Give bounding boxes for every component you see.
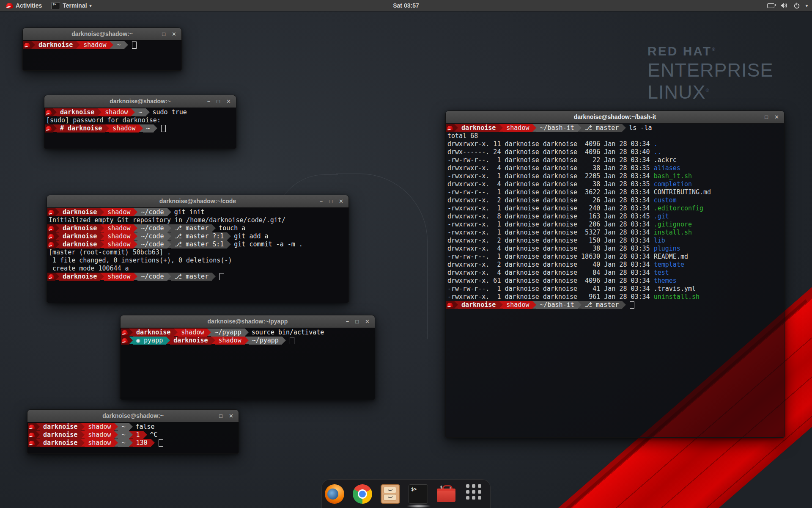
terminal-line: [sudo] password for darknoise: — [45, 116, 236, 124]
prompt-segment-exit: 130 — [133, 439, 151, 447]
ls-row-filename: test — [654, 269, 669, 277]
prompt-segment-path: ~ — [118, 423, 129, 431]
minimize-button[interactable]: − — [320, 198, 323, 204]
redhat-prompt-icon — [46, 110, 52, 115]
minimize-button[interactable]: − — [207, 98, 211, 105]
window-title: darknoise@shadow:~ — [102, 412, 164, 419]
files-icon[interactable] — [381, 484, 400, 504]
powerline-arrow-icon — [167, 273, 171, 280]
powerline-arrow-icon — [100, 224, 104, 232]
terminal-line: darknoiseshadow~1^C — [28, 431, 239, 439]
prompt-segment — [23, 41, 31, 49]
firefox-icon[interactable] — [325, 484, 344, 504]
ls-row-meta: -rw-rw-r--. 1 darknoise darknoise 22 Jan… — [446, 156, 654, 164]
close-button[interactable]: ✕ — [226, 98, 231, 105]
prompt-segment — [47, 208, 55, 216]
terminal-content[interactable]: darknoiseshadow~/codegit initInitialized… — [47, 207, 348, 303]
prompt-segment-user: darknoise — [59, 240, 100, 248]
redhat-prompt-icon — [46, 126, 52, 131]
terminal-line: -rwxrwxr-x. 1 darknoise darknoise 240 Ja… — [446, 204, 784, 213]
prompt-segment-user: darknoise — [40, 439, 81, 447]
powerline-arrow-icon — [110, 41, 113, 49]
redhat-prompt-icon — [29, 425, 35, 429]
logo-brand: RED HAT — [647, 44, 712, 58]
ls-row-filename: .ackrc — [654, 156, 677, 164]
terminal-cursor — [630, 301, 634, 309]
ls-row-filename: template — [654, 261, 684, 269]
window-titlebar[interactable]: darknoise@shadow:~ −□✕ — [44, 95, 236, 108]
ls-row-meta: -rw-rw-r--. 1 darknoise darknoise 18630 … — [446, 253, 654, 261]
maximize-button[interactable]: □ — [219, 413, 222, 419]
powerline-arrow-icon — [212, 273, 216, 280]
terminal-content[interactable]: darknoiseshadow~ — [23, 40, 181, 70]
ls-row-meta: -rwxrwxr-x. 1 darknoise darknoise 5327 J… — [446, 229, 654, 237]
command-text: ^C — [147, 431, 158, 439]
powerline-arrow-icon — [124, 41, 128, 49]
window-titlebar[interactable]: darknoise@shadow:~/code −□✕ — [47, 195, 348, 208]
terminal-cursor — [290, 337, 294, 344]
terminal-line: drwxrwxr-x. 4 darknoise darknoise 84 Jan… — [446, 269, 784, 277]
terminal-output-text: [master (root-commit) 50bcb63] . — [47, 248, 171, 257]
window-titlebar[interactable]: darknoise@shadow:~/pyapp −□✕ — [121, 315, 375, 328]
ls-row-filename: aliases — [654, 164, 680, 172]
terminal-line: darknoiseshadow~/code⎇ mastertouch a — [47, 224, 348, 232]
close-button[interactable]: ✕ — [172, 31, 176, 37]
minimize-button[interactable]: − — [346, 318, 349, 325]
maximize-button[interactable]: □ — [765, 114, 768, 120]
window-title: darknoise@shadow:~/code — [159, 198, 236, 204]
terminal-content[interactable]: darknoiseshadow~/bash-it⎇ masterls -lato… — [446, 123, 784, 437]
maximize-button[interactable]: □ — [329, 198, 332, 204]
terminal-line: darknoiseshadow~/code⎇ master — [47, 273, 348, 281]
terminal-window-pyapp: darknoise@shadow:~/pyapp −□✕ darknoisesh… — [120, 315, 375, 400]
toolbox-icon[interactable] — [436, 484, 456, 504]
clock[interactable]: Sat 03:57 — [0, 0, 812, 11]
powerline-arrow-icon — [129, 337, 133, 344]
ls-row-meta: -rwxrwxr-x. 1 darknoise darknoise 240 Ja… — [446, 204, 654, 213]
terminal-line: darknoiseshadow~/code⎇ master ?:1git add… — [47, 232, 348, 240]
prompt-segment-user: darknoise — [35, 41, 76, 49]
terminal-line: drwxrwxr-x. 11 darknoise darknoise 4096 … — [446, 140, 784, 148]
terminal-window-sudo: darknoise@shadow:~ −□✕ darknoiseshadow~s… — [44, 95, 236, 149]
prompt-segment — [121, 337, 129, 345]
prompt-segment-user: darknoise — [40, 423, 81, 431]
ls-row-filename: .git — [654, 213, 669, 221]
redhat-prompt-icon — [447, 126, 453, 130]
terminal-line: darknoiseshadow~/pyappsource bin/activat… — [121, 329, 375, 337]
close-button[interactable]: ✕ — [365, 318, 370, 325]
maximize-button[interactable]: □ — [217, 98, 220, 105]
maximize-button[interactable]: □ — [162, 31, 165, 37]
maximize-button[interactable]: □ — [355, 318, 359, 325]
powerline-arrow-icon — [211, 337, 215, 344]
window-titlebar[interactable]: darknoise@shadow:~ −□✕ — [23, 28, 181, 41]
redhat-prompt-icon — [48, 274, 54, 279]
close-button[interactable]: ✕ — [774, 114, 779, 120]
system-status-area[interactable]: ▾ — [767, 0, 808, 11]
prompt-segment — [47, 224, 55, 232]
terminal-content[interactable]: darknoiseshadow~/pyappsource bin/activat… — [121, 328, 375, 400]
prompt-segment-host: shadow — [80, 41, 110, 49]
terminal-window-home-small: darknoise@shadow:~ −□✕ darknoiseshadow~ — [22, 28, 182, 71]
powerline-arrow-icon — [55, 232, 59, 240]
chrome-icon[interactable] — [353, 484, 372, 504]
close-button[interactable]: ✕ — [229, 413, 233, 419]
powerline-arrow-icon — [532, 124, 536, 132]
minimize-button[interactable]: − — [210, 413, 213, 419]
minimize-button[interactable]: − — [153, 31, 156, 37]
prompt-segment-path: ~ — [113, 41, 124, 49]
minimize-button[interactable]: − — [755, 114, 759, 120]
app-grid-icon[interactable] — [464, 483, 487, 505]
terminal-icon[interactable]: $> — [409, 484, 428, 504]
close-button[interactable]: ✕ — [339, 198, 343, 204]
window-titlebar[interactable]: darknoise@shadow:~/bash-it −□✕ — [446, 111, 784, 124]
prompt-segment-path: ~/pyapp — [211, 329, 244, 337]
powerline-arrow-icon — [578, 301, 582, 309]
powerline-arrow-icon — [134, 208, 137, 216]
terminal-content[interactable]: darknoiseshadow~sudo true[sudo] password… — [44, 108, 236, 149]
window-titlebar[interactable]: darknoise@shadow:~ −□✕ — [27, 410, 239, 422]
terminal-content[interactable]: darknoiseshadow~falsedarknoiseshadow~1^C… — [27, 422, 239, 453]
dock: $> — [321, 479, 491, 508]
terminal-line: darknoiseshadow~130 — [28, 439, 239, 447]
ls-row-filename: README.md — [654, 253, 688, 261]
prompt-segment-host: shadow — [104, 224, 134, 232]
prompt-segment-venv: ◉ pyapp — [133, 337, 166, 345]
